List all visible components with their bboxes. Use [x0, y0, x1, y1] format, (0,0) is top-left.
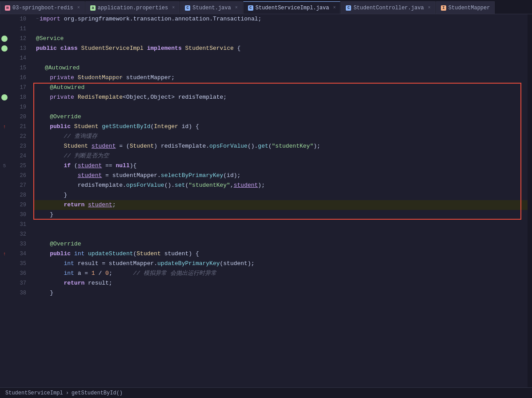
code-line-23: Student student = (Student) redisTemplat… — [33, 141, 528, 151]
code-line-18: private RedisTemplate<Object,Object> red… — [33, 92, 528, 102]
line-num-18: 18 — [9, 92, 30, 102]
code-line-38: } — [33, 288, 528, 298]
code-text: student = studentMapper.selectByPrimaryK… — [36, 171, 240, 181]
code-text: @Autowired — [36, 63, 80, 73]
code-line-19 — [33, 102, 528, 112]
marker-cell — [0, 34, 9, 44]
marker-cell — [0, 288, 9, 298]
line-num-29: 29 — [9, 200, 30, 210]
code-line-36: int a = 1 / 0; // 模拟异常 会抛出运行时异常 — [33, 269, 528, 278]
line-num-21: 21 — [9, 122, 30, 132]
code-line-11 — [33, 24, 528, 34]
code-line-34: public int updateStudent(Student student… — [33, 249, 528, 259]
line-num-34: 34 — [9, 249, 30, 259]
code-text: Student student = (Student) redisTemplat… — [36, 141, 320, 151]
marker-cell — [0, 190, 9, 200]
code-line-35: int result = studentMapper.updateByPrima… — [33, 259, 528, 269]
code-text: return student; — [36, 200, 116, 210]
line-num-10: 10 — [9, 14, 30, 24]
code-line-15: @Autowired — [33, 63, 528, 73]
code-text: public class StudentServiceImpl implemen… — [36, 44, 240, 53]
marker-cell — [0, 83, 9, 92]
tab-icon-c: C — [248, 5, 253, 11]
line-num-20: 20 — [9, 112, 30, 122]
code-line-24: // 判断是否为空 — [33, 151, 528, 161]
code-line-22: // 查询缓存 — [33, 132, 528, 141]
tab-student-java[interactable]: C Student.java × — [180, 1, 242, 14]
code-line-10: − import org.springframework.transaction… — [33, 14, 528, 24]
tab-icon-c: C — [185, 5, 190, 11]
code-text: return result; — [36, 278, 112, 288]
tab-label: StudentMapper — [448, 5, 490, 11]
code-line-32 — [33, 229, 528, 239]
code-line-28: } — [33, 190, 528, 200]
code-line-29: return student; — [33, 200, 528, 210]
tab-application-properties[interactable]: a application.properties × — [85, 1, 180, 14]
marker-cell — [0, 102, 9, 112]
line-num-38: 38 — [9, 288, 30, 298]
close-icon[interactable]: × — [333, 5, 336, 10]
line-num-33: 33 — [9, 239, 30, 249]
marker-cell — [0, 141, 9, 151]
line-num-16: 16 — [9, 73, 30, 83]
marker-cell — [0, 171, 9, 181]
status-bar: StudentServiceImpl › getStudentById() — [0, 387, 532, 398]
close-icon[interactable]: × — [428, 5, 431, 10]
marker-cell — [0, 44, 9, 53]
line-num-35: 35 — [9, 259, 30, 269]
marker-cell — [0, 259, 9, 269]
code-line-14 — [33, 53, 528, 63]
line-num-13: 13 — [9, 44, 30, 53]
close-icon[interactable]: × — [77, 5, 80, 10]
code-text: if (student == null){ — [36, 161, 136, 171]
marker-cell — [0, 151, 9, 161]
code-text: private StudentMapper studentMapper; — [36, 73, 175, 83]
tab-icon-c: C — [346, 5, 351, 11]
line-num-30: 30 — [9, 210, 30, 220]
code-text: @Service — [36, 34, 64, 44]
code-line-21: public Student getStudentById(Integer id… — [33, 122, 528, 132]
tab-label: application.properties — [98, 5, 168, 11]
marker-cell — [0, 92, 9, 102]
tab-studentcontroller-java[interactable]: C StudentController.java × — [341, 1, 435, 14]
line-num-36: 36 — [9, 269, 30, 278]
breadcrumb-method[interactable]: getStudentById() — [72, 390, 123, 396]
marker-cell: 5 — [0, 161, 9, 171]
code-line-12: @Service — [33, 34, 528, 44]
up-arrow-icon-34[interactable]: ↑ — [3, 251, 6, 257]
tab-icon-a: a — [90, 5, 96, 11]
marker-cell — [0, 269, 9, 278]
tab-03-springboot-redis[interactable]: m 03-springboot-redis × — [0, 1, 85, 14]
up-arrow-icon[interactable]: ↑ — [3, 124, 6, 129]
code-text: import org.springframework.transaction.a… — [40, 14, 261, 24]
code-text: } — [36, 288, 53, 298]
class-icon — [1, 45, 8, 52]
tab-studentmapper[interactable]: I StudentMapper — [436, 1, 495, 14]
left-panel: ↑ 5 ↑ 10 11 12 13 14 — [0, 14, 33, 387]
marker-cell — [0, 239, 9, 249]
line-num-32: 32 — [9, 229, 30, 239]
marker-cell — [0, 63, 9, 73]
scrollbar-track[interactable] — [528, 14, 532, 387]
code-line-17: @Autowired — [33, 83, 528, 92]
editor-area: ↑ 5 ↑ 10 11 12 13 14 — [0, 14, 532, 387]
code-text: @Override — [36, 239, 81, 249]
line-num-37: 37 — [9, 278, 30, 288]
code-line-33: @Override — [33, 239, 528, 249]
line-num-19: 19 — [9, 102, 30, 112]
tab-studentserviceimpl-java[interactable]: C StudentServiceImpl.java × — [243, 1, 341, 14]
close-icon[interactable]: × — [235, 5, 238, 10]
code-line-25: if (student == null){ — [33, 161, 528, 171]
code-line-26: student = studentMapper.selectByPrimaryK… — [33, 171, 528, 181]
close-icon[interactable]: × — [172, 5, 175, 10]
tab-bar: m 03-springboot-redis × a application.pr… — [0, 0, 532, 14]
line-num-31: 31 — [9, 220, 30, 229]
breadcrumb-class[interactable]: StudentServiceImpl — [5, 390, 63, 396]
bean-icon — [1, 94, 8, 101]
code-text: @Override — [36, 112, 81, 122]
marker-cell — [0, 220, 9, 229]
line-num-27: 27 — [9, 181, 30, 190]
marker-cell: ↑ — [0, 122, 9, 132]
line-num-14: 14 — [9, 53, 30, 63]
code-line-37: return result; — [33, 278, 528, 288]
